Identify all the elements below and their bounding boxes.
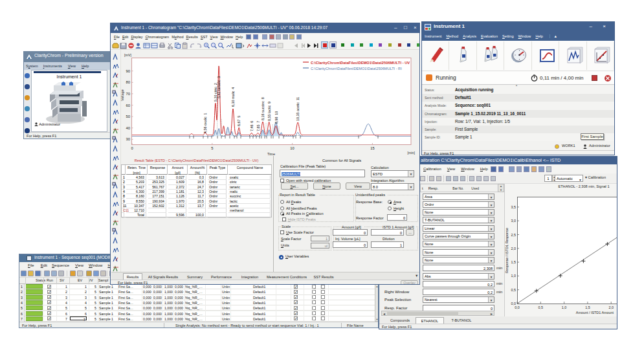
svg-text:Amount / ISTD1 Amount: Amount / ISTD1 Amount [576, 311, 614, 315]
svg-text:8,55 lactic 9: 8,55 lactic 9 [267, 102, 271, 121]
svg-text:0,5: 0,5 [511, 288, 516, 292]
svg-text:C:\ClarityChrom\DataFiles\DEMO: C:\ClarityChrom\DataFiles\DEMO1\Data\250… [311, 61, 410, 65]
svg-text:3,0: 3,0 [511, 219, 516, 223]
svg-text:80: 80 [126, 80, 130, 84]
svg-text:1,0: 1,0 [562, 305, 567, 309]
svg-text:5: 5 [211, 146, 213, 150]
svg-text:0,0: 0,0 [515, 305, 520, 309]
svg-text:6,67 5: 6,67 5 [237, 116, 241, 126]
svg-text:6,30 malic 4: 6,30 malic 4 [231, 87, 235, 107]
svg-text:70: 70 [126, 92, 130, 96]
svg-text:C:\ClarityChrom\DataFiles\DEMO: C:\ClarityChrom\DataFiles\DEMO1\Data\250… [311, 67, 402, 71]
svg-text:[min]: [min] [408, 151, 416, 155]
svg-text:[mV]: [mV] [124, 53, 131, 57]
svg-text:7,85 7: 7,85 7 [256, 121, 260, 131]
svg-text:10,35 acetic 11: 10,35 acetic 11 [296, 97, 300, 121]
svg-text:40: 40 [126, 126, 130, 130]
svg-text:2,0: 2,0 [608, 305, 614, 309]
svg-text:Voltage: Voltage [120, 89, 124, 101]
svg-text:Response / ISTD1 Response: Response / ISTD1 Response [505, 228, 509, 273]
svg-text:50: 50 [126, 115, 130, 118]
svg-text:3,5: 3,5 [511, 205, 516, 209]
svg-text:1,5: 1,5 [585, 305, 590, 309]
svg-text:10: 10 [290, 146, 294, 150]
svg-text:7,46 6: 7,46 6 [250, 121, 254, 131]
svg-text:2,5: 2,5 [511, 233, 516, 237]
svg-text:0: 0 [131, 146, 133, 150]
svg-text:4,56 oxalic 1: 4,56 oxalic 1 [203, 113, 207, 133]
svg-text:60: 60 [126, 104, 130, 107]
svg-text:5,42 tartaric 3: 5,42 tartaric 3 [217, 76, 221, 98]
svg-text:15: 15 [370, 146, 374, 150]
svg-text:30: 30 [126, 137, 130, 141]
svg-text:8,16 succinc 8: 8,16 succinc 8 [261, 97, 265, 120]
svg-text:0,5: 0,5 [539, 305, 544, 309]
svg-text:ETHANOL - 2,308 min, Signal 1: ETHANOL - 2,308 min, Signal 1 [558, 184, 609, 188]
svg-text:2,0: 2,0 [511, 247, 516, 250]
svg-text:+: + [205, 43, 207, 47]
svg-text:8,98 10: 8,98 10 [274, 111, 278, 124]
svg-text:1,0: 1,0 [511, 274, 516, 278]
svg-text:90: 90 [126, 69, 130, 73]
svg-text:1,5: 1,5 [511, 260, 516, 264]
